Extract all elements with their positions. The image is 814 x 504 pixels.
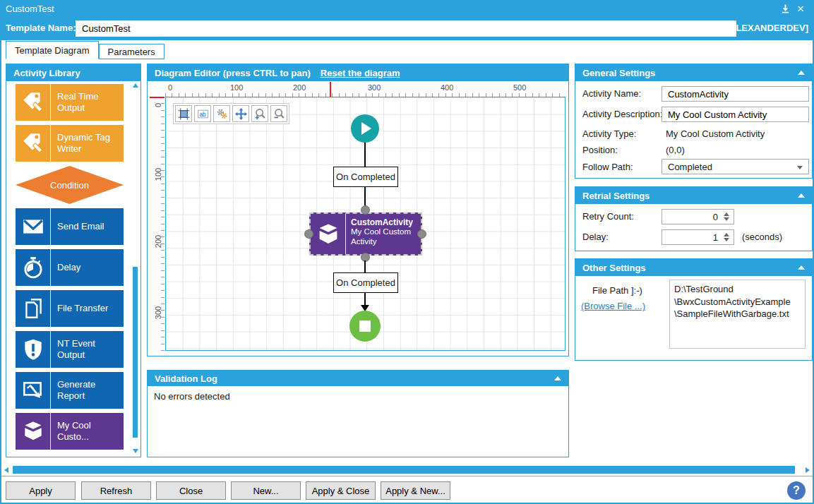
library-item-label: File Transfer bbox=[51, 290, 124, 327]
scroll-right-icon[interactable] bbox=[806, 467, 810, 473]
refresh-button[interactable]: Refresh bbox=[81, 481, 151, 500]
stop-icon bbox=[359, 320, 371, 332]
tab-parameters[interactable]: Parameters bbox=[99, 44, 164, 59]
validation-log-message: No errors detected bbox=[154, 391, 230, 402]
zoom-in-tool-button[interactable] bbox=[251, 105, 268, 122]
delay-value: 1 bbox=[713, 232, 718, 243]
activity-description-input[interactable] bbox=[662, 107, 809, 122]
activity-library-header: Activity Library bbox=[6, 64, 140, 81]
retry-count-stepper[interactable]: 0 bbox=[662, 209, 734, 224]
library-item-my-cool-custom[interactable]: My Cool Custo... bbox=[16, 413, 124, 450]
start-node[interactable] bbox=[351, 114, 379, 143]
spin-down-icon[interactable] bbox=[724, 238, 729, 241]
file-path-box[interactable]: D:\TestGround \BwxCustomActivityExample … bbox=[669, 280, 806, 349]
activity-node-title: CustomActivity bbox=[351, 217, 418, 227]
diagram-editor-title: Diagram Editor (press CTRL to pan) bbox=[155, 68, 311, 78]
spin-down-icon[interactable] bbox=[724, 217, 729, 221]
validation-log-panel: Validation Log No errors detected bbox=[147, 370, 569, 457]
zoom-out-tool-button[interactable] bbox=[270, 105, 287, 122]
file-path-label: File Path ]:-) bbox=[592, 285, 642, 296]
library-item-send-email[interactable]: Send Email bbox=[16, 208, 124, 245]
end-node[interactable] bbox=[349, 311, 381, 342]
pan-tool-button[interactable] bbox=[232, 105, 249, 122]
ruler-ticks bbox=[161, 97, 164, 351]
help-button[interactable]: ? bbox=[787, 481, 806, 500]
envelope-icon bbox=[16, 208, 51, 245]
delay-unit-label: (seconds) bbox=[742, 232, 782, 242]
library-item-generate-report[interactable]: Generate Report bbox=[16, 372, 124, 409]
new-button[interactable]: New... bbox=[231, 481, 301, 500]
horizontal-ruler: 0 100 200 300 400 500 bbox=[165, 82, 565, 97]
zoom-in-icon bbox=[254, 108, 266, 120]
settings-tool-button[interactable] bbox=[213, 105, 230, 122]
follow-path-select[interactable]: Completed bbox=[662, 159, 809, 174]
condition-diamond-shape: Condition bbox=[16, 166, 124, 204]
diagram-canvas[interactable]: ab On Completed bbox=[165, 97, 565, 351]
library-item-label: NT Event Output bbox=[51, 331, 124, 368]
tab-template-diagram[interactable]: Template Diagram bbox=[6, 41, 99, 59]
template-name-input[interactable] bbox=[76, 20, 736, 37]
cube-icon bbox=[311, 214, 346, 254]
collapse-icon[interactable] bbox=[798, 193, 805, 198]
close-button[interactable]: Close bbox=[156, 481, 226, 500]
collapse-icon[interactable] bbox=[798, 265, 805, 270]
retry-count-label: Retry Count: bbox=[582, 211, 634, 222]
text-tool-button[interactable]: ab bbox=[194, 105, 211, 122]
diagram-editor-header: Diagram Editor (press CTRL to pan) Reset… bbox=[148, 64, 568, 81]
horizontal-scrollbar-thumb[interactable] bbox=[13, 466, 795, 474]
general-settings-panel: General Settings Activity Name: Activity… bbox=[575, 64, 813, 179]
delay-stepper[interactable]: 1 bbox=[662, 229, 734, 245]
horizontal-scrollbar bbox=[1, 465, 813, 475]
ruler-position-marker bbox=[330, 82, 331, 97]
apply-and-new-button[interactable]: Apply & New... bbox=[381, 481, 450, 500]
library-item-nt-event-output[interactable]: NT Event Output bbox=[16, 331, 124, 368]
title-bar: CustomTest × bbox=[0, 0, 814, 17]
general-settings-title: General Settings bbox=[582, 68, 655, 78]
library-item-file-transfer[interactable]: File Transfer bbox=[16, 290, 124, 327]
connector-top[interactable] bbox=[361, 205, 370, 215]
ruler-label: 300 bbox=[368, 83, 381, 92]
library-item-label: Condition bbox=[50, 180, 89, 191]
apply-and-close-button[interactable]: Apply & Close bbox=[306, 481, 376, 500]
tag-icon bbox=[16, 84, 51, 121]
user-badge: [ALEXANDERDEV] bbox=[726, 23, 808, 33]
other-settings-panel: Other Settings File Path ]:-) (Browse Fi… bbox=[575, 258, 813, 361]
activity-name-input[interactable] bbox=[662, 86, 809, 102]
template-name-label: Template Name: bbox=[6, 23, 76, 33]
validation-log-title: Validation Log bbox=[155, 373, 217, 384]
browse-file-link[interactable]: (Browse File ...) bbox=[581, 301, 645, 311]
validation-log-header: Validation Log bbox=[148, 371, 568, 386]
scroll-up-icon[interactable] bbox=[133, 83, 138, 88]
library-item-real-time-output[interactable]: Real Time Output bbox=[16, 84, 124, 121]
activity-description-label: Activity Description: bbox=[582, 109, 662, 119]
collapse-icon[interactable] bbox=[798, 71, 805, 75]
spin-up-icon[interactable] bbox=[724, 233, 729, 236]
collapse-icon[interactable] bbox=[554, 376, 561, 380]
library-item-dynamic-tag-writer[interactable]: Dynamic Tag Writer bbox=[16, 125, 124, 162]
reset-diagram-link[interactable]: Reset the diagram bbox=[321, 68, 400, 78]
close-icon[interactable]: × bbox=[793, 3, 808, 15]
delay-label: Delay: bbox=[582, 232, 609, 242]
spin-up-icon[interactable] bbox=[724, 212, 729, 216]
library-item-delay[interactable]: Delay bbox=[16, 249, 124, 286]
position-value: (0,0) bbox=[666, 145, 685, 155]
validation-log-body: No errors detected bbox=[148, 386, 568, 407]
apply-button[interactable]: Apply bbox=[6, 481, 76, 500]
ruler-label: 200 bbox=[293, 83, 306, 92]
scroll-left-icon[interactable] bbox=[4, 467, 8, 473]
activity-name-label: Activity Name: bbox=[582, 88, 641, 99]
edge-label-on-completed-1[interactable]: On Completed bbox=[333, 167, 398, 187]
library-scrollbar-thumb[interactable] bbox=[133, 267, 138, 438]
library-item-label: Delay bbox=[51, 249, 124, 286]
download-icon[interactable] bbox=[777, 4, 793, 14]
custom-activity-node[interactable]: CustomActivity My Cool Custom Activity bbox=[309, 212, 422, 256]
connector-left[interactable] bbox=[304, 229, 313, 239]
connector-right[interactable] bbox=[417, 229, 426, 239]
library-item-condition[interactable]: Condition bbox=[16, 166, 124, 204]
scroll-down-icon[interactable] bbox=[133, 449, 138, 453]
activity-type-value: My Cool Custom Activity bbox=[666, 128, 765, 139]
play-icon bbox=[361, 122, 371, 135]
edge-label-on-completed-2[interactable]: On Completed bbox=[333, 272, 398, 293]
library-item-label: Send Email bbox=[51, 208, 124, 245]
select-tool-button[interactable] bbox=[175, 105, 192, 122]
